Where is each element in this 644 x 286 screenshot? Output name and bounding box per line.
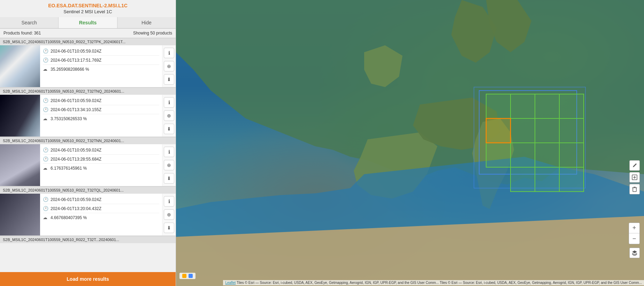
product-item: 🕐 2024-06-01T10:05:59.024Z 🕐 2024-06-01T…: [0, 194, 176, 236]
download-button[interactable]: ⬇: [164, 74, 174, 85]
detail-row-cloud: ☁ 4.667680407395 %: [43, 213, 159, 222]
cloud-value: 3.753150626533 %: [51, 116, 87, 121]
clock-icon: 🕐: [43, 57, 48, 63]
add-button[interactable]: ⊕: [164, 61, 174, 71]
tab-bar: Search Results Hide: [0, 17, 176, 29]
panel-title: EO.ESA.DAT.SENTINEL-2.MSI.L1C: [0, 3, 176, 8]
detail-row-date1: 🕐 2024-06-01T10:05:59.024Z: [43, 146, 159, 155]
cloud-value: 4.667680407395 %: [51, 215, 87, 220]
map-tools: [629, 160, 640, 194]
map-area[interactable]: + − Leaflet Tiles © Esri — Source: Esri,…: [176, 0, 644, 286]
detail-row-cloud: ☁ 3.753150626533 %: [43, 114, 159, 123]
edit-tool-button[interactable]: [629, 172, 640, 183]
panel-subtitle: Sentinel 2 MSI Level 1C: [0, 9, 176, 14]
product-header[interactable]: S2B_MSIL1C_20240601T100559_N0510_R022_T3…: [0, 38, 176, 45]
layers-button[interactable]: [629, 248, 640, 258]
cloud-value: 35.265908208666 %: [51, 67, 89, 72]
product-thumbnail: [0, 45, 40, 87]
info-button[interactable]: ℹ: [164, 48, 174, 58]
attribution-text: Tiles © Esri — Source: Esri, i-cubed, US…: [237, 281, 439, 285]
zoom-controls: + −: [629, 223, 640, 244]
leaflet-link[interactable]: Leaflet: [225, 281, 236, 285]
product-thumbnail: [0, 144, 40, 186]
clock-icon: 🕐: [43, 206, 48, 211]
detail-row-date1: 🕐 2024-06-01T10:05:59.024Z: [43, 47, 159, 56]
download-button[interactable]: ⬇: [164, 173, 174, 184]
load-more-button[interactable]: Load more results: [0, 272, 176, 286]
map-legend: [179, 273, 196, 279]
info-button[interactable]: ℹ: [164, 196, 174, 207]
date1-value: 2024-06-01T10:05:59.024Z: [51, 197, 101, 202]
date1-value: 2024-06-01T10:05:59.024Z: [51, 148, 101, 153]
product-thumbnail: [0, 194, 40, 235]
panel-header: EO.ESA.DAT.SENTINEL-2.MSI.L1C Sentinel 2…: [0, 0, 176, 29]
map-background: [176, 0, 644, 286]
date2-value: 2024-06-01T13:34:10.155Z: [51, 107, 101, 112]
detail-row-date1: 🕐 2024-06-01T10:05:59.024Z: [43, 96, 159, 105]
delete-tool-button[interactable]: [629, 184, 640, 194]
left-panel: EO.ESA.DAT.SENTINEL-2.MSI.L1C Sentinel 2…: [0, 0, 176, 286]
showing-products: Showing 50 products: [133, 31, 172, 36]
date1-value: 2024-06-01T10:05:59.024Z: [51, 49, 101, 54]
product-details: 🕐 2024-06-01T10:05:59.024Z 🕐 2024-06-01T…: [40, 95, 162, 137]
product-details: 🕐 2024-06-01T10:05:59.024Z 🕐 2024-06-01T…: [40, 45, 162, 87]
download-button[interactable]: ⬇: [164, 124, 174, 134]
date2-value: 2024-06-01T13:17:51.769Z: [51, 58, 101, 63]
info-button[interactable]: ℹ: [164, 97, 174, 108]
add-button[interactable]: ⊕: [164, 160, 174, 170]
layers-control: [629, 248, 640, 258]
products-found: Products found: 361: [3, 31, 41, 36]
legend-blue: [189, 274, 193, 278]
tab-search[interactable]: Search: [0, 17, 59, 28]
cloud-value: 6.176376145961 %: [51, 166, 87, 171]
tab-results[interactable]: Results: [59, 17, 117, 28]
clock-icon: 🕐: [43, 156, 48, 162]
info-button[interactable]: ℹ: [164, 147, 174, 157]
cloud-icon: ☁: [43, 215, 48, 220]
panel-info: Products found: 361 Showing 50 products: [0, 29, 176, 38]
date1-value: 2024-06-01T10:05:59.024Z: [51, 98, 101, 103]
clock-icon: 🕐: [43, 107, 48, 112]
draw-tool-button[interactable]: [629, 160, 640, 171]
detail-row-date2: 🕐 2024-06-01T13:34:10.155Z: [43, 105, 159, 114]
cloud-icon: ☁: [43, 67, 48, 72]
results-list: S2B_MSIL1C_20240601T100559_N0510_R022_T3…: [0, 38, 176, 272]
detail-row-cloud: ☁ 6.176376145961 %: [43, 164, 159, 172]
detail-row-date1: 🕐 2024-06-01T10:05:59.024Z: [43, 195, 159, 204]
product-actions: ℹ ⊕ ⬇: [162, 144, 176, 186]
map-attribution: Leaflet Tiles © Esri — Source: Esri, i-c…: [223, 280, 644, 285]
date2-value: 2024-06-01T13:20:04.432Z: [51, 206, 101, 211]
product-item: 🕐 2024-06-01T10:05:59.024Z 🕐 2024-06-01T…: [0, 95, 176, 137]
clock-icon: 🕐: [43, 147, 48, 153]
product-details: 🕐 2024-06-01T10:05:59.024Z 🕐 2024-06-01T…: [40, 144, 162, 186]
zoom-out-button[interactable]: −: [629, 233, 639, 244]
product-header[interactable]: S2B_MSIL1C_20240601T100559_N0510_R022_T3…: [0, 87, 176, 95]
legend-orange: [182, 274, 186, 278]
add-button[interactable]: ⊕: [164, 209, 174, 220]
zoom-in-button[interactable]: +: [629, 223, 639, 233]
product-details: 🕐 2024-06-01T10:05:59.024Z 🕐 2024-06-01T…: [40, 194, 162, 235]
cloud-icon: ☁: [43, 165, 48, 171]
detail-row-cloud: ☁ 35.265908208666 %: [43, 65, 159, 74]
detail-row-date2: 🕐 2024-06-01T13:28:55.684Z: [43, 155, 159, 164]
detail-row-date2: 🕐 2024-06-01T13:17:51.769Z: [43, 56, 159, 65]
product-thumbnail: [0, 95, 40, 137]
detail-row-date2: 🕐 2024-06-01T13:20:04.432Z: [43, 204, 159, 213]
product-header[interactable]: S2B_MSIL1C_20240601T100559_N0510_R022_T3…: [0, 186, 176, 194]
download-button[interactable]: ⬇: [164, 223, 174, 233]
clock-icon: 🕐: [43, 98, 48, 103]
clock-icon: 🕐: [43, 48, 48, 54]
product-actions: ℹ ⊕ ⬇: [162, 95, 176, 137]
date2-value: 2024-06-01T13:28:55.684Z: [51, 157, 101, 162]
product-actions: ℹ ⊕ ⬇: [162, 194, 176, 235]
tab-hide[interactable]: Hide: [117, 17, 176, 28]
product-item: 🕐 2024-06-01T10:05:59.024Z 🕐 2024-06-01T…: [0, 144, 176, 186]
clock-icon: 🕐: [43, 197, 48, 202]
product-actions: ℹ ⊕ ⬇: [162, 45, 176, 87]
product-header[interactable]: S2B_MSIL1C_20240601T100559_N0510_R022_T3…: [0, 236, 176, 243]
product-item: 🕐 2024-06-01T10:05:59.024Z 🕐 2024-06-01T…: [0, 45, 176, 87]
add-button[interactable]: ⊕: [164, 110, 174, 121]
product-header[interactable]: S2B_MSIL1C_20240601T100559_N0510_R022_T3…: [0, 137, 176, 144]
cloud-icon: ☁: [43, 116, 48, 121]
